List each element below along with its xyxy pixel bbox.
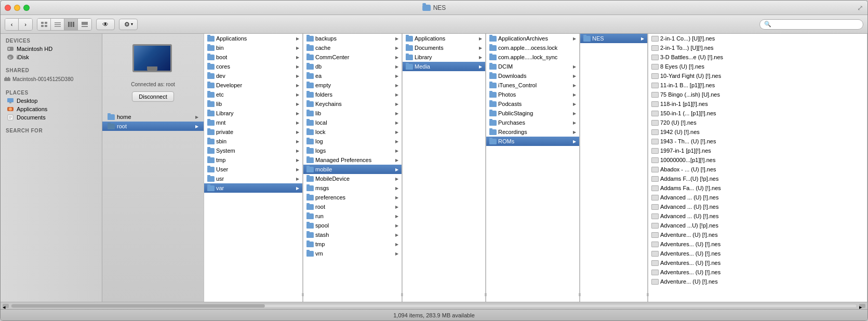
- file-item[interactable]: Addams Fa... (U) [!].nes: [648, 183, 867, 193]
- col-item[interactable]: msgs▶: [303, 183, 402, 193]
- col-item[interactable]: private▶: [204, 127, 302, 137]
- col-item[interactable]: preferences▶: [303, 193, 402, 202]
- forward-button[interactable]: ›: [19, 19, 32, 30]
- col-item[interactable]: Downloads▶: [486, 71, 579, 81]
- col-item[interactable]: Managed Preferences▶: [303, 155, 402, 165]
- file-item[interactable]: Addams F...(U) [!p].nes: [648, 174, 867, 183]
- file-item[interactable]: 1943 - Th... (U) [!].nes: [648, 137, 867, 146]
- col-item[interactable]: cores▶: [204, 62, 302, 71]
- file-item[interactable]: Adventure... (U) [!].nes: [648, 277, 867, 286]
- col-divider-2[interactable]: [402, 34, 403, 302]
- horizontal-scrollbar[interactable]: ◂ ▸: [1, 302, 867, 309]
- search-box[interactable]: 🔍: [759, 19, 863, 30]
- col-item[interactable]: ROMs▶: [486, 137, 579, 146]
- col-item[interactable]: folders▶: [303, 90, 402, 99]
- col-item[interactable]: db▶: [303, 62, 402, 71]
- fullscreen-button[interactable]: ⤢: [857, 4, 863, 12]
- file-item[interactable]: 1997-in-1 [p1][!].nes: [648, 146, 867, 155]
- col-divider-4[interactable]: [580, 34, 580, 302]
- scroll-left-btn[interactable]: ◂: [3, 304, 9, 308]
- icon-view-button[interactable]: [37, 19, 51, 30]
- col-item[interactable]: tmp▶: [303, 239, 402, 249]
- scroll-right-btn[interactable]: ▸: [859, 304, 865, 308]
- col-item[interactable]: NES▶: [580, 34, 647, 43]
- minimize-button[interactable]: [14, 5, 20, 11]
- col-item[interactable]: spool▶: [303, 221, 402, 230]
- col-item[interactable]: Purchases▶: [486, 118, 579, 127]
- action-button[interactable]: ⚙ ▾: [119, 19, 138, 30]
- col-item[interactable]: logs▶: [303, 146, 402, 155]
- col-item[interactable]: Applications▶: [403, 34, 485, 43]
- column-6[interactable]: 2-in-1 Co...) [U][!].nes2-in-1 To...) [U…: [648, 34, 867, 302]
- col-item[interactable]: sbin▶: [204, 137, 302, 146]
- col-item[interactable]: root▶: [303, 202, 402, 211]
- maximize-button[interactable]: [23, 5, 30, 11]
- col-item[interactable]: stash▶: [303, 230, 402, 239]
- file-item[interactable]: 720 (U) [!].nes: [648, 118, 867, 127]
- col-item[interactable]: Applications▶: [204, 34, 302, 43]
- col-item[interactable]: Library▶: [204, 109, 302, 118]
- col-item[interactable]: Media▶: [403, 62, 485, 71]
- col-item[interactable]: Library▶: [403, 52, 485, 62]
- file-item[interactable]: Advanced ... (U) [!].nes: [648, 202, 867, 211]
- home-item[interactable]: home ▶: [102, 112, 204, 122]
- scroll-thumb[interactable]: [11, 304, 265, 307]
- file-item[interactable]: 11-in-1 B... [p1][!].nes: [648, 81, 867, 90]
- col-item[interactable]: Photos▶: [486, 90, 579, 99]
- col-item[interactable]: PublicStaging▶: [486, 109, 579, 118]
- col-item[interactable]: User▶: [204, 165, 302, 174]
- column-2[interactable]: backups▶cache▶CommCenter▶db▶ea▶empty▶fol…: [303, 34, 402, 302]
- col-divider-1[interactable]: [303, 34, 303, 302]
- col-item[interactable]: log▶: [303, 137, 402, 146]
- col-item[interactable]: vm▶: [303, 249, 402, 258]
- file-item[interactable]: 8 Eyes (U) [!].nes: [648, 62, 867, 71]
- col-item[interactable]: Documents▶: [403, 43, 485, 52]
- file-item[interactable]: Adventure... (U) [!].nes: [648, 230, 867, 239]
- col-item[interactable]: Podcasts▶: [486, 99, 579, 109]
- col-item[interactable]: mobile▶: [303, 165, 402, 174]
- file-item[interactable]: 10000000...[p1][!].nes: [648, 155, 867, 165]
- column-view-button[interactable]: [64, 19, 78, 30]
- col-divider-5[interactable]: [648, 34, 648, 302]
- col-item[interactable]: local▶: [303, 118, 402, 127]
- col-item[interactable]: ApplicationArchives▶: [486, 34, 579, 43]
- file-item[interactable]: Adventures... (U) [!].nes: [648, 249, 867, 258]
- col-item[interactable]: System▶: [204, 146, 302, 155]
- col-item[interactable]: cache▶: [303, 43, 402, 52]
- col-item[interactable]: com.apple.....lock_sync: [486, 52, 579, 62]
- sidebar-item-documents[interactable]: Documents: [2, 113, 101, 122]
- file-item[interactable]: Advanced ... (U) [!].nes: [648, 193, 867, 202]
- file-item[interactable]: Advanced ... (U) [!].nes: [648, 211, 867, 221]
- col-item[interactable]: ea▶: [303, 71, 402, 81]
- col-item[interactable]: var▶: [204, 183, 302, 193]
- col-item[interactable]: Keychains▶: [303, 99, 402, 109]
- col-item[interactable]: bin▶: [204, 43, 302, 52]
- col-item[interactable]: MobileDevice▶: [303, 174, 402, 183]
- file-item[interactable]: Abadox - ... (U) [!].nes: [648, 165, 867, 174]
- file-item[interactable]: Adventures... (U) [!].nes: [648, 258, 867, 268]
- col-item[interactable]: Recordings▶: [486, 127, 579, 137]
- scroll-track[interactable]: [11, 304, 857, 308]
- col-divider-3[interactable]: [486, 34, 486, 302]
- col-item[interactable]: boot▶: [204, 52, 302, 62]
- file-item[interactable]: 1942 (U) [!].nes: [648, 127, 867, 137]
- column-4[interactable]: ApplicationArchives▶com.apple....ocess.l…: [486, 34, 580, 302]
- col-item[interactable]: usr▶: [204, 174, 302, 183]
- col-item[interactable]: tmp▶: [204, 155, 302, 165]
- file-item[interactable]: 75 Bingo (...ish) [U].nes: [648, 90, 867, 99]
- column-5[interactable]: NES▶: [580, 34, 648, 302]
- quick-look-button[interactable]: 👁: [96, 19, 115, 30]
- sidebar-item-applications[interactable]: Applications: [2, 105, 101, 113]
- col-item[interactable]: lib▶: [303, 109, 402, 118]
- file-item[interactable]: 2-in-1 Co...) [U][!].nes: [648, 34, 867, 43]
- search-input[interactable]: [773, 21, 859, 28]
- sidebar-item-desktop[interactable]: Desktop: [2, 97, 101, 105]
- file-item[interactable]: 150-in-1 (... [p1][!].nes: [648, 109, 867, 118]
- root-item[interactable]: root ▶: [102, 122, 204, 131]
- col-item[interactable]: empty▶: [303, 81, 402, 90]
- col-item[interactable]: DCIM▶: [486, 62, 579, 71]
- disconnect-button[interactable]: Disconnect: [132, 91, 173, 102]
- col-item[interactable]: com.apple....ocess.lock: [486, 43, 579, 52]
- sidebar-item-macintosh-hd[interactable]: Macintosh HD: [2, 45, 101, 53]
- file-item[interactable]: 2-in-1 To...) [U][!].nes: [648, 43, 867, 52]
